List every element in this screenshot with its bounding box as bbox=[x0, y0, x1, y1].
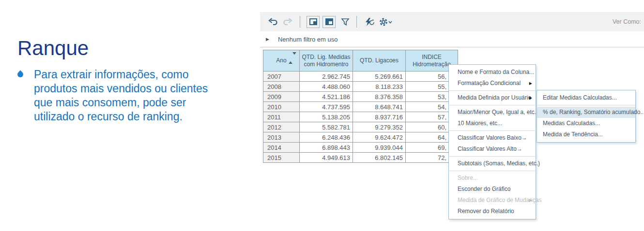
filter-bar-label: Nenhum filtro em uso bbox=[278, 36, 338, 43]
undo-button[interactable] bbox=[268, 18, 278, 26]
cell-medidas[interactable]: 5.582.781 bbox=[300, 122, 353, 132]
cell-medidas[interactable]: 2.962.745 bbox=[300, 72, 353, 82]
cell-ligacoes[interactable]: 8.937.716 bbox=[353, 112, 406, 122]
cell-ano[interactable]: 2009 bbox=[263, 92, 300, 102]
pivot-table: Ano QTD. Lig. Medidas com Hidromentro QT… bbox=[263, 50, 458, 163]
table-row[interactable]: 20084.488.0608.118.23355, bbox=[263, 82, 458, 92]
toolbar bbox=[260, 12, 644, 31]
submenu-arrow-icon: ▶ bbox=[529, 195, 532, 206]
menu-item-label: % de, Ranking, Somatório acumulado... bbox=[543, 109, 644, 116]
table-row[interactable]: 20094.521.1868.376.35853, bbox=[263, 92, 458, 102]
table-row[interactable]: 20125.582.7819.279.35260, bbox=[263, 122, 458, 132]
panel-window-button[interactable] bbox=[307, 16, 320, 28]
column-header-label: Ano bbox=[276, 57, 286, 64]
gear-dropdown-icon bbox=[379, 17, 393, 27]
column-header-ano[interactable]: Ano bbox=[263, 50, 300, 72]
column-header-medidas[interactable]: QTD. Lig. Medidas com Hidromentro bbox=[300, 50, 353, 72]
menu-item-label: Nome e Formato da Coluna... bbox=[458, 69, 534, 75]
menu-item[interactable]: Classificar Valores Alto→ bbox=[449, 144, 536, 155]
table-body: 20072.962.7455.269.66156,20084.488.0608.… bbox=[263, 72, 458, 163]
menu-item[interactable]: Medida Definida por Usuário▶ bbox=[449, 92, 536, 103]
cell-ano[interactable]: 2010 bbox=[263, 102, 300, 112]
menu-item[interactable]: Remover do Relatório bbox=[449, 206, 536, 217]
cell-medidas[interactable]: 4.949.613 bbox=[300, 153, 353, 163]
menu-item[interactable]: Sobre... bbox=[449, 173, 536, 184]
cell-ligacoes[interactable]: 6.802.145 bbox=[353, 153, 406, 163]
menu-separator bbox=[449, 156, 536, 157]
cell-ligacoes[interactable]: 9.624.472 bbox=[353, 132, 406, 143]
table-row[interactable]: 20104.737.5958.648.74154, bbox=[263, 102, 458, 112]
menu-separator bbox=[537, 105, 635, 105]
menu-item[interactable]: Editar Medidas Calculadas... bbox=[537, 92, 635, 103]
menu-item[interactable]: Medida de Gráfico de Mudanças▶ bbox=[449, 195, 536, 206]
menu-item[interactable]: Nome e Formato da Coluna... bbox=[449, 67, 536, 78]
cell-ano[interactable]: 2012 bbox=[263, 122, 300, 132]
menu-item-label: Editar Medidas Calculadas... bbox=[543, 94, 617, 101]
table-row[interactable]: 20146.898.4439.939.04469, bbox=[263, 143, 458, 153]
context-menu: Nome e Formato da Coluna...Formatação Co… bbox=[448, 64, 536, 219]
settings-gear-button[interactable] bbox=[379, 17, 393, 27]
menu-item-label: Maior/Menor Que, Igual a, etc... bbox=[458, 109, 539, 116]
menu-separator bbox=[449, 105, 536, 105]
submenu-arrow-icon: ▶ bbox=[529, 92, 532, 103]
toolbar-separator bbox=[300, 16, 300, 28]
panel-layout-icon bbox=[325, 18, 333, 25]
cell-ano[interactable]: 2008 bbox=[263, 82, 300, 92]
cell-ligacoes[interactable]: 5.269.661 bbox=[353, 72, 406, 82]
menu-separator bbox=[449, 90, 536, 91]
menu-item[interactable]: % de, Ranking, Somatório acumulado... bbox=[537, 107, 635, 118]
menu-item-label: Esconder do Gráfico bbox=[458, 186, 510, 192]
table-header-row: Ano QTD. Lig. Medidas com Hidromentro QT… bbox=[263, 50, 458, 72]
cell-medidas[interactable]: 4.521.186 bbox=[300, 92, 353, 102]
filter-bar: ▶ Nenhum filtro em uso bbox=[260, 31, 644, 47]
cell-ano[interactable]: 2011 bbox=[263, 112, 300, 122]
menu-item[interactable]: Classificar Valores Baixo→ bbox=[449, 132, 536, 144]
menu-item-label: Subtotais (Somas, Medias, etc.) bbox=[458, 160, 540, 167]
panel-layout-button[interactable] bbox=[322, 16, 336, 28]
menu-separator bbox=[449, 130, 536, 131]
cell-medidas[interactable]: 5.138.205 bbox=[300, 112, 353, 122]
redo-button[interactable] bbox=[282, 18, 293, 26]
menu-separator bbox=[449, 171, 536, 171]
page-title: Ranque bbox=[17, 37, 89, 60]
sort-icon[interactable] bbox=[289, 55, 296, 61]
column-header-ligacoes[interactable]: QTD. Ligacoes bbox=[353, 50, 406, 72]
filter-funnel-button[interactable] bbox=[341, 18, 350, 26]
cell-ano[interactable]: 2015 bbox=[263, 153, 300, 163]
cell-ligacoes[interactable]: 8.118.233 bbox=[353, 82, 406, 92]
menu-item[interactable]: Medidas Calculadas... bbox=[537, 118, 635, 129]
table-row[interactable]: 20115.138.2058.937.71657, bbox=[263, 112, 458, 122]
menu-item[interactable]: Formatação Condicional▶ bbox=[449, 78, 536, 89]
submenu-arrow-icon: ▶ bbox=[529, 78, 532, 89]
menu-item[interactable]: 10 Maiores, etc... bbox=[449, 118, 536, 129]
menu-item-label: Sobre... bbox=[458, 174, 478, 181]
table-row[interactable]: 20136.248.4369.624.47264, bbox=[263, 132, 458, 143]
refresh-bolt-icon bbox=[364, 17, 375, 27]
table-row[interactable]: 20154.949.6136.802.14572, bbox=[263, 153, 458, 163]
filter-expander-icon[interactable]: ▶ bbox=[266, 37, 269, 42]
menu-item-label: 10 Maiores, etc... bbox=[458, 120, 502, 127]
menu-item[interactable]: Esconder do Gráfico bbox=[449, 184, 536, 195]
table-row[interactable]: 20072.962.7455.269.66156, bbox=[263, 72, 458, 82]
menu-item[interactable]: Subtotais (Somas, Medias, etc.) bbox=[449, 158, 536, 169]
cell-medidas[interactable]: 6.248.436 bbox=[300, 132, 353, 143]
cell-medidas[interactable]: 4.488.060 bbox=[300, 82, 353, 92]
cell-ligacoes[interactable]: 9.279.352 bbox=[353, 122, 406, 132]
bullet-item: Para extrair informações, como produtos … bbox=[17, 68, 226, 124]
context-submenu: Editar Medidas Calculadas...% de, Rankin… bbox=[537, 90, 636, 143]
cell-medidas[interactable]: 6.898.443 bbox=[300, 143, 353, 153]
filter-funnel-icon bbox=[341, 18, 350, 26]
cell-ligacoes[interactable]: 9.939.044 bbox=[353, 143, 406, 153]
cell-ano[interactable]: 2007 bbox=[263, 72, 300, 82]
cell-ano[interactable]: 2013 bbox=[263, 132, 300, 143]
cell-medidas[interactable]: 4.737.595 bbox=[300, 102, 353, 112]
refresh-bolt-button[interactable] bbox=[364, 17, 375, 27]
cell-ligacoes[interactable]: 8.648.741 bbox=[353, 102, 406, 112]
cell-ligacoes[interactable]: 8.376.358 bbox=[353, 92, 406, 102]
cell-ano[interactable]: 2014 bbox=[263, 143, 300, 153]
screenshot-canvas: Ranque Para extrair informações, como pr… bbox=[0, 0, 644, 231]
menu-item[interactable]: Medida de Tendência... bbox=[537, 129, 635, 140]
view-as-label: Ver Como: bbox=[613, 18, 641, 25]
menu-item[interactable]: Maior/Menor Que, Igual a, etc... bbox=[449, 107, 536, 118]
panel-window-icon bbox=[309, 18, 317, 25]
